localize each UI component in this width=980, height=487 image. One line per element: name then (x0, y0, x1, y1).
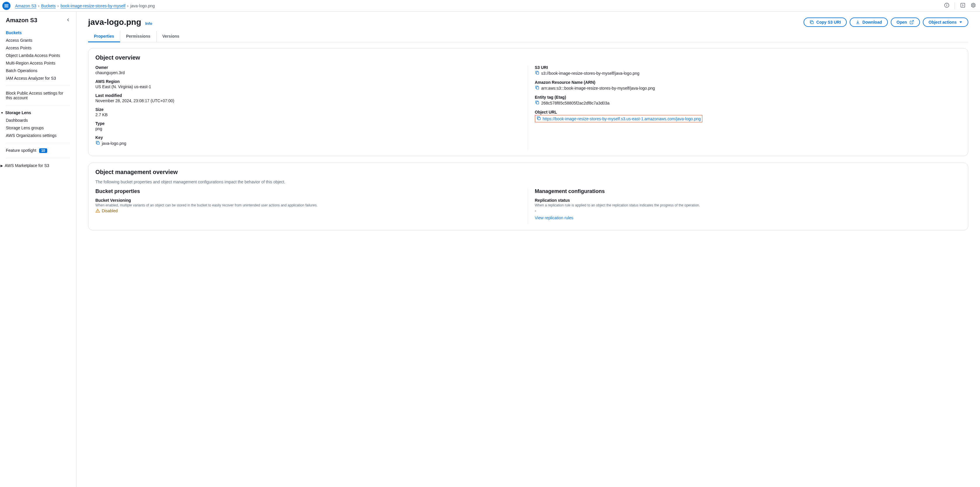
sidebar-item-access-grants[interactable]: Access Grants (6, 37, 70, 44)
object-actions-button[interactable]: Object actions (923, 18, 968, 27)
etag-value-row: 268c578f85c58805f2ac2df8c7a3d03a (535, 100, 961, 106)
field-label: AWS Region (95, 79, 522, 84)
svg-rect-9 (811, 21, 813, 24)
svg-rect-13 (536, 72, 539, 74)
download-icon (856, 20, 860, 24)
collapse-sidebar-icon[interactable] (66, 18, 70, 23)
object-overview-panel: Object overview Owner chaunguyen.3rd AWS… (88, 48, 968, 156)
svg-rect-12 (97, 142, 99, 144)
topbar-left: Amazon S3 › Buckets › book-image-resize-… (2, 2, 155, 10)
bucket-versioning-field: Bucket Versioning When enabled, multiple… (95, 198, 522, 213)
bucket-properties-col: Bucket properties Bucket Versioning When… (95, 188, 528, 224)
chevron-right-icon: › (38, 3, 40, 8)
field-value: arn:aws:s3:::book-image-resize-stores-by… (541, 86, 655, 91)
top-bar: Amazon S3 › Buckets › book-image-resize-… (0, 0, 980, 12)
sidebar-item-access-points[interactable]: Access Points (6, 44, 70, 52)
caret-right-icon: ▶ (1, 164, 3, 167)
sidebar-item-orgs-settings[interactable]: AWS Organizations settings (6, 132, 70, 139)
warning-icon (95, 208, 100, 213)
sidebar-subhead-label: Storage Lens (5, 110, 31, 115)
sidebar-item-multi-region[interactable]: Multi-Region Access Points (6, 59, 70, 67)
sidebar: Amazon S3 Buckets Access Grants Access P… (0, 12, 76, 487)
object-management-panel: Object management overview The following… (88, 163, 968, 230)
settings-icon[interactable] (970, 2, 977, 10)
copy-icon (810, 20, 814, 24)
view-replication-rules-link[interactable]: View replication rules (535, 216, 573, 220)
info-link[interactable]: Info (145, 21, 152, 26)
management-configs-heading: Management configurations (535, 188, 961, 195)
sidebar-item-batch-ops[interactable]: Batch Operations (6, 67, 70, 75)
status-text: Disabled (102, 208, 118, 213)
feature-spotlight-label: Feature spotlight (6, 148, 36, 153)
versioning-status: Disabled (95, 208, 522, 213)
etag-field: Entity tag (Etag) 268c578f85c58805f2ac2d… (535, 95, 961, 106)
replication-status-field: Replication status When a replication ru… (535, 198, 961, 220)
field-label: Bucket Versioning (95, 198, 522, 203)
external-link-icon (909, 20, 914, 24)
caret-down-icon (959, 21, 963, 24)
breadcrumb-buckets[interactable]: Buckets (41, 3, 56, 8)
sidebar-item-iam-analyzer[interactable]: IAM Access Analyzer for S3 (6, 75, 70, 82)
chevron-right-icon: › (127, 3, 129, 8)
sidebar-title: Amazon S3 (6, 17, 37, 24)
chevron-right-icon: › (57, 3, 59, 8)
key-value-row: java-logo.png (95, 141, 522, 146)
copy-s3-uri-button[interactable]: Copy S3 URI (803, 18, 847, 27)
svg-marker-7 (972, 3, 975, 8)
field-description: When enabled, multiple variants of an ob… (95, 203, 522, 207)
breadcrumb-bucket-name[interactable]: book-image-resize-stores-by-myself (60, 3, 126, 8)
sidebar-item-buckets[interactable]: Buckets (6, 29, 70, 37)
object-url-highlight: https://book-image-resize-stores-by-myse… (535, 115, 702, 122)
field-value: chaunguyen.3rd (95, 70, 522, 75)
overview-left-col: Owner chaunguyen.3rd AWS Region US East … (95, 65, 528, 150)
info-icon[interactable] (943, 2, 950, 10)
copy-icon[interactable] (535, 100, 539, 106)
divider (955, 2, 955, 10)
field-value: - (535, 208, 961, 213)
svg-rect-16 (538, 117, 540, 120)
copy-icon[interactable] (536, 116, 541, 121)
sidebar-item-dashboards[interactable]: Dashboards (6, 117, 70, 124)
field-value: png (95, 126, 522, 131)
sidebar-storage-lens-header[interactable]: ▼ Storage Lens (1, 109, 70, 117)
tab-versions[interactable]: Versions (157, 31, 185, 42)
field-label: Replication status (535, 198, 961, 203)
sidebar-item-block-public-access[interactable]: Block Public Access settings for this ac… (6, 89, 70, 102)
tab-permissions[interactable]: Permissions (120, 31, 156, 42)
open-button[interactable]: Open (891, 18, 920, 27)
download-button[interactable]: Download (850, 18, 888, 27)
object-url-link[interactable]: https://book-image-resize-stores-by-myse… (543, 117, 701, 121)
page-title-wrap: java-logo.png Info (88, 18, 152, 27)
field-label: Entity tag (Etag) (535, 95, 961, 99)
button-label: Object actions (929, 20, 957, 24)
breadcrumb: Amazon S3 › Buckets › book-image-resize-… (15, 3, 155, 8)
svg-rect-14 (536, 87, 539, 89)
field-value: java-logo.png (102, 141, 126, 146)
button-label: Copy S3 URI (816, 20, 841, 24)
svg-point-18 (98, 212, 98, 212)
menu-toggle-button[interactable] (2, 2, 11, 10)
breadcrumb-service[interactable]: Amazon S3 (15, 3, 36, 8)
copy-icon[interactable] (535, 85, 539, 91)
svg-marker-11 (959, 22, 962, 23)
svg-rect-15 (536, 102, 539, 104)
sidebar-marketplace-label: AWS Marketplace for S3 (5, 163, 49, 168)
field-value: 268c578f85c58805f2ac2df8c7a3d03a (541, 101, 609, 105)
overview-columns: Owner chaunguyen.3rd AWS Region US East … (95, 65, 961, 150)
copy-icon[interactable] (535, 70, 539, 76)
type-field: Type png (95, 121, 522, 131)
copy-icon[interactable] (95, 141, 100, 146)
sidebar-item-object-lambda[interactable]: Object Lambda Access Points (6, 52, 70, 59)
sidebar-item-feature-spotlight[interactable]: Feature spotlight 10 (6, 147, 70, 155)
sidebar-marketplace-header[interactable]: ▶ AWS Marketplace for S3 (1, 162, 70, 169)
sidebar-item-lens-groups[interactable]: Storage Lens groups (6, 124, 70, 132)
field-value: November 28, 2024, 23:08:17 (UTC+07:00) (95, 98, 522, 103)
field-label: S3 URI (535, 65, 961, 70)
panel-toggle-icon[interactable] (959, 2, 966, 10)
feature-spotlight-badge: 10 (39, 148, 47, 153)
size-field: Size 2.7 KB (95, 107, 522, 117)
svg-rect-6 (961, 3, 965, 7)
tab-properties[interactable]: Properties (88, 31, 120, 42)
caret-down-icon: ▼ (1, 111, 3, 115)
tabs: Properties Permissions Versions (88, 31, 968, 42)
